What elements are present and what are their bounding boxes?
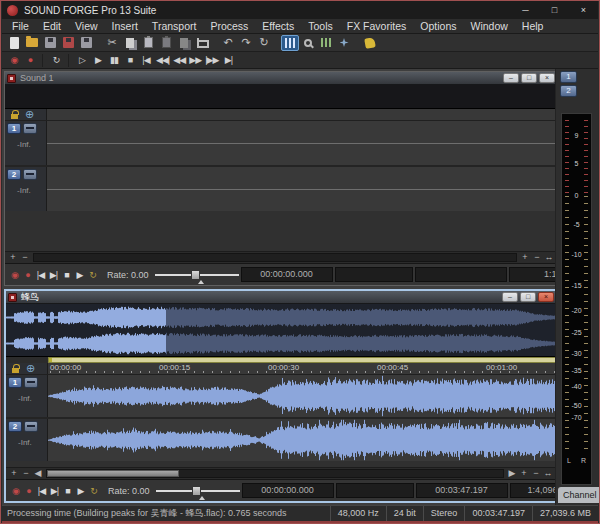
zoom-out-button[interactable]: − [20, 468, 32, 479]
paste-special-icon[interactable] [157, 35, 175, 51]
sound1-time-ruler[interactable] [47, 109, 557, 120]
track-number-button[interactable]: 1 [8, 377, 22, 388]
loop-start-marker[interactable] [49, 358, 52, 362]
pause-button[interactable]: ▮▮ [106, 53, 122, 68]
track-move-icon[interactable]: ⊕ [26, 363, 35, 374]
menu-fx-favorites[interactable]: FX Favorites [340, 19, 414, 34]
zoom-out-button[interactable]: − [530, 468, 542, 479]
menu-window[interactable]: Window [463, 19, 514, 34]
track-number-button[interactable]: 1 [7, 123, 21, 134]
zoom-in-button[interactable]: + [519, 252, 531, 263]
undo-icon[interactable]: ↶ [219, 35, 237, 51]
track-gain-label[interactable]: -Inf. [17, 140, 31, 149]
track-number-button[interactable]: 2 [7, 169, 21, 180]
fast-forward-button[interactable]: ▶▶ [187, 53, 203, 68]
go-to-start-button[interactable]: |◀ [34, 267, 47, 283]
zoom-in-button[interactable]: + [8, 468, 20, 479]
close-button[interactable]: × [569, 1, 598, 19]
whats-this-help-icon[interactable] [361, 35, 379, 51]
bird-track-1-body[interactable] [48, 375, 556, 417]
play-button[interactable]: ▶ [90, 53, 106, 68]
redo-icon[interactable]: ↷ [237, 35, 255, 51]
track-gain-label[interactable]: -Inf. [18, 394, 32, 403]
record-button[interactable]: ● [21, 267, 34, 283]
repeat-icon[interactable]: ↻ [255, 35, 273, 51]
sound1-h-scrollbar[interactable] [33, 253, 517, 262]
stop-button[interactable]: ■ [122, 53, 138, 68]
menu-tools[interactable]: Tools [301, 19, 340, 34]
sound1-close-button[interactable]: × [539, 73, 555, 83]
stop-button[interactable]: ■ [60, 267, 73, 283]
go-to-start-button[interactable]: |◀ [138, 53, 154, 68]
rate-slider[interactable] [155, 267, 239, 283]
bird-title-bar[interactable]: 蜂鸟 – □ × [6, 291, 556, 304]
track-minimize-button[interactable] [24, 377, 38, 388]
record-button[interactable]: ● [22, 483, 35, 499]
play-button[interactable]: ▶ [73, 267, 86, 283]
scroll-left-button[interactable]: ◀ [32, 468, 44, 479]
go-to-end-button[interactable]: ▶| [220, 53, 236, 68]
edit-tool-icon[interactable] [281, 35, 299, 51]
menu-help[interactable]: Help [515, 19, 551, 34]
loop-playback-button[interactable]: ↻ [86, 267, 99, 283]
zoom-fit-button[interactable]: ↔ [542, 468, 554, 479]
open-file-icon[interactable] [23, 35, 41, 51]
lock-icon[interactable] [12, 368, 19, 373]
save-icon[interactable] [41, 35, 59, 51]
menu-edit[interactable]: Edit [36, 19, 68, 34]
sound1-minimize-button[interactable]: – [503, 73, 519, 83]
previous-marker-button[interactable]: ◀◀| [154, 53, 171, 68]
channel-meters-tab[interactable]: Channel [558, 487, 600, 503]
trim-crop-icon[interactable] [193, 35, 211, 51]
zoom-fit-button[interactable]: ↔ [543, 252, 555, 263]
bird-minimize-button[interactable]: – [502, 292, 518, 302]
paste-to-new-icon[interactable] [175, 35, 193, 51]
zoom-out-button[interactable]: − [531, 252, 543, 263]
menu-insert[interactable]: Insert [105, 19, 145, 34]
magnify-tool-icon[interactable] [299, 35, 317, 51]
slider-thumb[interactable] [192, 486, 201, 496]
record-button[interactable]: ● [22, 53, 38, 68]
track-minimize-button[interactable] [23, 169, 37, 180]
loop-playback-button[interactable]: ↻ [87, 483, 100, 499]
track-gain-label[interactable]: -Inf. [18, 438, 32, 447]
scrollbar-thumb[interactable] [47, 470, 179, 477]
record-remote-button[interactable]: ◉ [9, 483, 22, 499]
sound1-maximize-button[interactable]: □ [521, 73, 537, 83]
rate-slider[interactable] [156, 483, 240, 499]
track-gain-label[interactable]: -Inf. [17, 186, 31, 195]
sound1-title-bar[interactable]: Sound 1 – □ × [5, 72, 557, 85]
bird-time-ruler[interactable]: 00:00:0000:00:1500:00:3000:00:4500:01:00 [48, 363, 556, 374]
track-minimize-button[interactable] [24, 421, 38, 432]
sound1-track-1-body[interactable] [47, 121, 557, 165]
save-as-icon[interactable] [59, 35, 77, 51]
overview-waveform-canvas[interactable] [6, 304, 556, 356]
bird-h-scrollbar[interactable] [46, 469, 504, 478]
track-1-waveform-canvas[interactable] [48, 375, 556, 417]
bird-maximize-button[interactable]: □ [520, 292, 536, 302]
sound1-track-2-body[interactable] [47, 167, 557, 211]
track-number-button[interactable]: 2 [8, 421, 22, 432]
menu-transport[interactable]: Transport [145, 19, 204, 34]
track-minimize-button[interactable] [23, 123, 37, 134]
menu-effects[interactable]: Effects [255, 19, 301, 34]
loop-playback-button[interactable]: ↻ [48, 53, 64, 68]
sound1-overview-strip[interactable] [5, 85, 557, 109]
maximize-button[interactable]: □ [540, 1, 569, 19]
menu-process[interactable]: Process [203, 19, 255, 34]
paste-icon[interactable] [139, 35, 157, 51]
record-remote-button[interactable]: ◉ [8, 267, 21, 283]
play-button[interactable]: ▶ [74, 483, 87, 499]
channel-1-button[interactable]: 1 [560, 71, 577, 83]
bird-close-button[interactable]: × [538, 292, 554, 302]
envelope-tool-icon[interactable] [335, 35, 353, 51]
menu-view[interactable]: View [68, 19, 105, 34]
bird-overview-waveform[interactable] [6, 304, 556, 357]
bird-track-2-body[interactable] [48, 419, 556, 461]
cut-icon[interactable]: ✂ [103, 35, 121, 51]
scroll-right-button[interactable]: ▶ [506, 468, 518, 479]
track-2-waveform-canvas[interactable] [48, 419, 556, 461]
minimize-button[interactable]: ─ [511, 1, 540, 19]
zoom-out-button[interactable]: − [19, 252, 31, 263]
slider-thumb[interactable] [191, 270, 200, 280]
